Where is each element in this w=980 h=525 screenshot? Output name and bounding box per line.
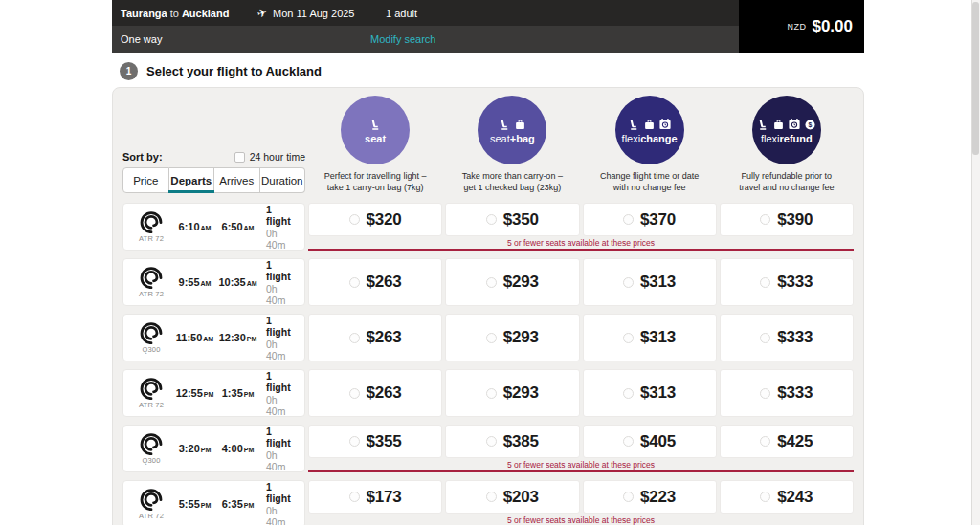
fare-price-option-seat-bag[interactable]: $293	[445, 369, 579, 417]
stops-label: 1 flight	[266, 259, 299, 282]
flight-info-card: ATR 72 12:55PM 1:35PM 1 flight 0h 40m	[122, 369, 305, 417]
stops-label: 1 flight	[266, 481, 299, 504]
fare-price-option-seat[interactable]: $263	[308, 258, 442, 306]
fare-price: $263	[367, 383, 402, 403]
fare-price-option-seat[interactable]: $320	[308, 203, 442, 236]
duration-label: 0h 40m	[266, 228, 299, 251]
sort-button-duration[interactable]: Duration	[260, 167, 306, 193]
fare-type-badge: seat	[341, 96, 410, 164]
fare-radio-button[interactable]	[623, 277, 634, 288]
flight-results-list: ATR 72 6:10AM 6:50AM 1 flight 0h 40m $32…	[122, 203, 854, 525]
fare-radio-button[interactable]	[623, 492, 634, 502]
fare-price-option-seat-bag[interactable]: $293	[445, 258, 579, 306]
fare-options: $173$203$223$243 5 or fewer seats availa…	[308, 480, 854, 525]
fare-price-option-seat[interactable]: $355	[308, 425, 442, 458]
seat-icon	[757, 119, 769, 131]
fare-radio-button[interactable]	[760, 214, 770, 225]
fare-price: $293	[503, 383, 539, 403]
scrollbar-thumb[interactable]	[972, 2, 979, 155]
fare-radio-button[interactable]	[623, 388, 634, 399]
aircraft-type: Q300	[142, 456, 160, 465]
airline-aircraft: ATR 72	[129, 488, 173, 520]
fare-radio-button[interactable]	[486, 277, 497, 288]
currency-code: NZD	[787, 22, 806, 32]
sort-button-departs[interactable]: Departs	[169, 167, 215, 193]
fare-radio-button[interactable]	[623, 436, 634, 447]
modify-search-link[interactable]: Modify search	[370, 33, 435, 45]
flight-selection-card: Sort by: 24 hour time PriceDepartsArrive…	[112, 87, 864, 525]
fare-price-option-flexirefund[interactable]: $243	[720, 480, 854, 514]
fare-price-option-flexirefund[interactable]: $425	[720, 425, 854, 458]
fare-radio-button[interactable]	[486, 333, 497, 343]
fare-price-option-flexichange[interactable]: $313	[583, 258, 717, 306]
fare-radio-button[interactable]	[760, 388, 770, 399]
fare-type-badge: seat+bag	[478, 96, 546, 164]
fare-radio-button[interactable]	[349, 214, 360, 225]
fare-price: $333	[777, 383, 813, 403]
fare-radio-button[interactable]	[486, 436, 497, 447]
fare-price-option-flexirefund[interactable]: $390	[720, 203, 854, 236]
fare-price-option-seat[interactable]: $263	[308, 314, 442, 361]
fare-price-option-flexichange[interactable]: $370	[583, 203, 717, 236]
fare-radio-button[interactable]	[349, 388, 360, 399]
fare-price-option-seat[interactable]: $173	[308, 480, 442, 514]
fare-price-option-flexirefund[interactable]: $333	[720, 314, 854, 361]
fare-radio-button[interactable]	[623, 214, 634, 225]
airline-aircraft: Q300	[129, 321, 173, 354]
fare-type-icons	[628, 117, 672, 131]
fare-price-option-seat-bag[interactable]: $350	[445, 203, 579, 236]
leg-summary: 1 flight 0h 40m	[266, 481, 299, 525]
booking-summary-bottom-row: One way Modify search	[112, 26, 739, 53]
fare-price: $405	[640, 432, 676, 451]
sort-button-arrives[interactable]: Arrives	[214, 167, 260, 193]
coin-icon	[804, 119, 816, 131]
fare-type-description: Take more than carry-on – get 1 checked …	[462, 170, 563, 193]
fare-price-option-seat-bag[interactable]: $293	[445, 314, 579, 361]
booking-page: TaurangatoAuckland ✈ Mon 11 Aug 2025 1 a…	[112, 0, 864, 525]
fare-radio-button[interactable]	[486, 388, 497, 399]
fare-price: $263	[367, 273, 402, 292]
fare-price-option-flexichange[interactable]: $313	[583, 369, 717, 417]
fare-price: $223	[640, 488, 676, 507]
fare-radio-button[interactable]	[760, 492, 770, 502]
fare-radio-button[interactable]	[486, 214, 497, 225]
fare-radio-button[interactable]	[349, 436, 360, 447]
24-hour-time-checkbox[interactable]	[234, 152, 245, 163]
fare-radio-button[interactable]	[349, 277, 360, 288]
fare-radio-button[interactable]	[349, 333, 360, 343]
fare-price-option-flexichange[interactable]: $313	[583, 314, 717, 361]
leg-summary: 1 flight 0h 40m	[266, 426, 299, 472]
fare-price-option-seat-bag[interactable]: $203	[445, 480, 579, 514]
fare-radio-button[interactable]	[760, 333, 770, 343]
plane-takeoff-icon: ✈	[256, 5, 268, 20]
fare-price-option-flexirefund[interactable]: $333	[720, 258, 854, 306]
fare-radio-button[interactable]	[486, 492, 497, 502]
fare-radio-button[interactable]	[760, 277, 770, 288]
fare-price: $293	[503, 273, 539, 292]
fare-type-description: Change flight time or date with no chang…	[600, 170, 699, 193]
fare-price-option-seat[interactable]: $263	[308, 369, 442, 417]
departure-time: 12:55PM	[173, 387, 216, 399]
leg-summary: 1 flight 0h 40m	[266, 315, 299, 361]
duration-label: 0h 40m	[266, 505, 299, 525]
vertical-scrollbar[interactable]	[971, 0, 980, 525]
arrival-time: 4:00PM	[216, 443, 259, 454]
fare-price-option-seat-bag[interactable]: $385	[445, 425, 579, 458]
fare-radio-button[interactable]	[349, 492, 360, 502]
fare-price-option-flexichange[interactable]: $405	[583, 425, 717, 458]
fare-radio-button[interactable]	[760, 436, 770, 447]
fare-price: $333	[777, 273, 813, 292]
route-summary: TaurangatoAuckland	[121, 8, 257, 19]
airline-koru-logo-icon	[140, 432, 163, 455]
fare-radio-button[interactable]	[623, 333, 634, 343]
fare-type-column-seat-bag: seat+bag Take more than carry-on – get 1…	[445, 96, 579, 193]
fare-price-option-flexichange[interactable]: $223	[583, 480, 717, 514]
24-hour-time-toggle[interactable]: 24 hour time	[234, 151, 305, 163]
sort-button-price[interactable]: Price	[122, 167, 169, 193]
departure-time: 6:10AM	[173, 221, 216, 232]
fare-price-option-flexirefund[interactable]: $333	[720, 369, 854, 417]
leg-summary: 1 flight 0h 40m	[266, 259, 299, 306]
duration-label: 0h 40m	[266, 394, 299, 417]
fare-type-column-flexirefund: flexirefund Fully refundable prior to tr…	[720, 96, 854, 193]
flight-row: Q300 3:20PM 4:00PM 1 flight 0h 40m $355$…	[122, 425, 854, 472]
